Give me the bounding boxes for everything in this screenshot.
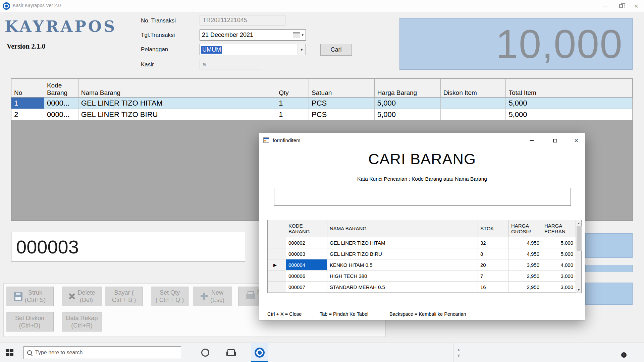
scrollbar-thumb[interactable] (577, 226, 582, 251)
cell-kode-selected[interactable]: 000004 (286, 259, 327, 270)
taskbar-scroll-chevrons[interactable]: ∧ ∨ (453, 343, 464, 362)
cell-total[interactable]: 5,000 (506, 98, 633, 109)
cell-nama[interactable]: KENKO HITAM 0.5 (327, 259, 478, 270)
cell-no[interactable]: 1 (11, 98, 44, 109)
cell-kode[interactable]: 000003 (286, 248, 327, 259)
close-button[interactable]: × (629, 0, 644, 12)
chevron-up-icon[interactable]: ∧ (457, 347, 460, 353)
table-row[interactable]: 1 0000... GEL LINER TIZO HITAM 1 PCS 5,0… (11, 98, 633, 109)
cell-stok[interactable]: 32 (478, 237, 509, 248)
cell-harga[interactable]: 5,000 (375, 109, 441, 120)
cell-kode[interactable]: 000007 (286, 282, 327, 293)
task-view-button[interactable] (227, 349, 235, 356)
cell-satuan[interactable]: PCS (309, 98, 375, 109)
table-row[interactable]: 000002 GEL LINER TIZO HITAM 32 4,950 5,0… (268, 237, 576, 248)
table-row[interactable]: 2 0000... GEL LINER TIZO BIRU 1 PCS 5,00… (11, 109, 633, 120)
dialog-close-button[interactable]: × (567, 133, 586, 148)
cell-kode[interactable]: 0000... (44, 109, 78, 120)
col-header-harga-eceran[interactable]: HARGA ECERAN (542, 220, 576, 237)
col-header-nama-barang[interactable]: Nama Barang (78, 79, 276, 98)
barcode-input[interactable] (11, 232, 245, 261)
new-button[interactable]: New(Esc) (193, 287, 232, 306)
cell-qty[interactable]: 1 (276, 109, 309, 120)
chevron-down-icon[interactable]: ∨ (457, 353, 460, 358)
table-row[interactable]: 000003 GEL LINER TIZO BIRU 8 4,950 5,000 (268, 248, 576, 259)
minimize-button[interactable] (598, 0, 613, 12)
col-header-no[interactable]: No (11, 79, 44, 98)
data-rekap-button[interactable]: Data Rekap(Ctrl+R) (62, 312, 102, 331)
struk-button[interactable]: Struk(Ctrl+S) (6, 287, 54, 306)
row-header[interactable] (268, 282, 286, 293)
start-button[interactable] (0, 343, 19, 362)
col-header-total-item[interactable]: Total Item (506, 79, 633, 98)
dialog-minimize-button[interactable] (522, 133, 541, 148)
cell-nama[interactable]: GEL LINER TIZO HITAM (78, 98, 276, 109)
cell-total[interactable]: 5,000 (506, 109, 633, 120)
cell-stok[interactable]: 8 (478, 248, 509, 259)
cell-kode[interactable]: 000002 (286, 237, 327, 248)
combo-dropdown-icon[interactable]: ▼ (298, 44, 306, 55)
calendar-icon[interactable] (293, 32, 300, 38)
cell-diskon[interactable] (441, 109, 506, 120)
item-search-input[interactable] (274, 188, 571, 206)
col-header-qty[interactable]: Qty (276, 79, 309, 98)
cell-stok[interactable]: 16 (478, 282, 509, 293)
col-header-kode-barang[interactable]: KODE BARANG (286, 220, 327, 237)
delete-button[interactable]: Delete(Del) (62, 287, 102, 306)
table-row-selected[interactable]: ▶ 000004 KENKO HITAM 0.5 20 3,950 4,000 (268, 259, 576, 270)
taskbar-app-kayrapos[interactable] (251, 343, 268, 362)
set-diskon-button[interactable]: Set Diskon(Ctrl+D) (6, 312, 54, 331)
cell-eceran[interactable]: 5,000 (542, 237, 576, 248)
pelanggan-combobox[interactable]: UMUM ▼ (200, 44, 306, 55)
col-header-harga-barang[interactable]: Harga Barang (375, 79, 441, 98)
cell-satuan[interactable]: PCS (309, 109, 375, 120)
row-header-current[interactable]: ▶ (268, 259, 286, 270)
row-header[interactable] (268, 248, 286, 259)
col-header-stok[interactable]: STOK (478, 220, 509, 237)
table-row[interactable]: 000006 HIGH TECH 380 7 2,950 3,000 (268, 270, 576, 282)
cell-grosir[interactable]: 2,950 (509, 270, 542, 282)
col-header-kode-barang[interactable]: Kode Barang (44, 79, 78, 98)
cell-nama[interactable]: HIGH TECH 380 (327, 270, 478, 282)
cell-kode[interactable]: 0000... (44, 98, 78, 109)
grid-scrollbar[interactable]: ▲ ▼ (576, 220, 581, 293)
set-qty-button[interactable]: Set Qty( Ctrl + Q ) (151, 287, 189, 306)
cell-stok[interactable]: 20 (478, 259, 509, 270)
kasir-field[interactable] (200, 60, 261, 69)
taskbar-search-input[interactable] (35, 350, 177, 356)
cell-nama[interactable]: GEL LINER TIZO BIRU (327, 248, 478, 259)
cell-nama[interactable]: STANDARD MERAH 0.5 (327, 282, 478, 293)
cell-no[interactable]: 2 (11, 109, 44, 120)
cell-nama[interactable]: GEL LINER TIZO BIRU (78, 109, 276, 120)
scroll-down-icon[interactable]: ▼ (576, 287, 581, 293)
cell-eceran[interactable]: 5,000 (542, 248, 576, 259)
col-header-satuan[interactable]: Satuan (309, 79, 375, 98)
cell-eceran[interactable]: 3,000 (542, 282, 576, 293)
cell-harga[interactable]: 5,000 (375, 98, 441, 109)
taskbar-search[interactable] (23, 346, 181, 359)
cell-diskon[interactable] (441, 98, 506, 109)
cell-grosir[interactable]: 4,950 (509, 248, 542, 259)
row-header[interactable] (268, 270, 286, 282)
cell-grosir[interactable]: 4,950 (509, 237, 542, 248)
col-header-harga-grosir[interactable]: HARGA GROSIR (509, 220, 542, 237)
bayar-button[interactable]: Bayar (Ctrl + B ) (105, 287, 143, 306)
restore-button[interactable] (613, 0, 629, 12)
date-dropdown-icon[interactable]: ▾ (302, 33, 304, 37)
col-header-nama-barang[interactable]: NAMA BARANG (327, 220, 478, 237)
no-transaksi-field[interactable] (200, 15, 285, 25)
cell-nama[interactable]: GEL LINER TIZO HITAM (327, 237, 478, 248)
cortana-button[interactable] (201, 349, 209, 357)
cari-button[interactable]: Cari (320, 44, 352, 56)
scroll-up-icon[interactable]: ▲ (576, 220, 581, 226)
cell-grosir[interactable]: 3,950 (509, 259, 542, 270)
col-header-diskon-item[interactable]: Diskon Item (441, 79, 506, 98)
tgl-transaksi-datepicker[interactable]: 21 December 2021 ▾ (200, 29, 306, 41)
row-header[interactable] (268, 237, 286, 248)
cell-eceran[interactable]: 4,000 (542, 259, 576, 270)
cell-stok[interactable]: 7 (478, 270, 509, 282)
cell-grosir[interactable]: 2,950 (509, 282, 542, 293)
cell-eceran[interactable]: 3,000 (542, 270, 576, 282)
dialog-maximize-button[interactable] (546, 133, 565, 148)
cell-kode[interactable]: 000006 (286, 270, 327, 282)
